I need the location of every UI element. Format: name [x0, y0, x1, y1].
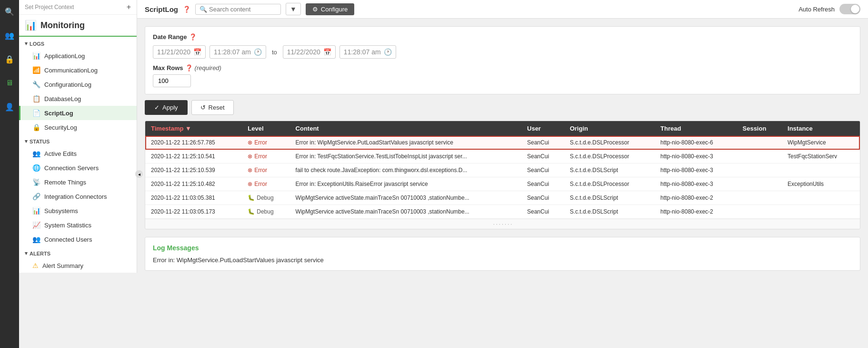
end-date-input[interactable]: 11/22/2020 📅	[283, 45, 336, 59]
active-edits-label: Active Edits	[44, 150, 77, 157]
col-instance[interactable]: Instance	[782, 121, 860, 136]
log-table: Timestamp ▼ Level Content User Origin Th…	[145, 121, 860, 219]
col-origin[interactable]: Origin	[564, 121, 655, 136]
monitor-nav-icon[interactable]: 🖥	[2, 75, 17, 91]
logs-section-header[interactable]: ▾ LOGS	[19, 37, 137, 49]
alerts-chevron-icon: ▾	[25, 250, 28, 256]
sidebar-item-applicationlog[interactable]: 📊 ApplicationLog	[19, 49, 137, 63]
apply-label: Apply	[162, 104, 178, 111]
search-nav-icon[interactable]: 🔍	[2, 4, 17, 19]
sidebar-item-scriptlog[interactable]: 📄 ScriptLog	[19, 106, 137, 120]
reset-button[interactable]: ↺ Reset	[191, 100, 234, 115]
cell-thread: http-nio-8080-exec-2	[655, 191, 737, 205]
cell-user: SeanCui	[521, 205, 564, 219]
connected-users-label: Connected Users	[44, 236, 92, 243]
end-date-calendar-icon[interactable]: 📅	[323, 48, 331, 56]
reset-icon: ↺	[200, 104, 206, 111]
start-time-clock-icon[interactable]: 🕐	[254, 48, 262, 56]
add-project-icon[interactable]: +	[127, 3, 131, 11]
col-content[interactable]: Content	[290, 121, 521, 136]
table-row[interactable]: 2020-11-22 11:03:05.381 🐛 Debug WipMgtSe…	[145, 191, 860, 205]
alerts-section-label: ALERTS	[30, 251, 50, 256]
date-range-help-icon[interactable]: ❓	[189, 33, 197, 41]
cell-session	[737, 205, 782, 219]
configure-button[interactable]: ⚙ Configure	[306, 3, 354, 15]
cell-content: WipMgtService activeState.mainTraceSn 00…	[290, 191, 521, 205]
cell-timestamp: 2020-11-22 11:03:05.173	[145, 205, 242, 219]
end-time-clock-icon[interactable]: 🕐	[384, 48, 392, 56]
col-level[interactable]: Level	[242, 121, 289, 136]
sidebar-item-active-edits[interactable]: 👥 Active Edits	[19, 146, 137, 161]
table-row[interactable]: 2020-11-22 11:26:57.785 ⊗ Error Error in…	[145, 136, 860, 150]
main-area: ScriptLog ❓ 🔍 ▼ ⚙ Configure Auto Refresh…	[137, 0, 868, 348]
status-section-header[interactable]: ▾ STATUS	[19, 134, 137, 146]
search-box[interactable]: 🔍	[195, 4, 281, 15]
scriptlog-help-icon[interactable]: ❓	[183, 6, 190, 13]
sidebar-item-databaselog[interactable]: 📋 DatabaseLog	[19, 92, 137, 106]
table-row[interactable]: 2020-11-22 11:25:10.541 ⊗ Error Error in…	[145, 150, 860, 164]
col-session[interactable]: Session	[737, 121, 782, 136]
logs-section-label: LOGS	[30, 41, 44, 47]
col-user[interactable]: User	[521, 121, 564, 136]
auto-refresh-label: Auto Refresh	[798, 6, 835, 13]
max-rows-required: (required)	[195, 64, 221, 72]
person-nav-icon[interactable]: 👤	[2, 99, 17, 114]
col-timestamp[interactable]: Timestamp ▼	[145, 121, 242, 136]
sidebar-item-alert-summary[interactable]: ⚠ Alert Summary	[19, 258, 137, 273]
table-row[interactable]: 2020-11-22 11:03:05.173 🐛 Debug WipMgtSe…	[145, 205, 860, 219]
databaselog-icon: 📋	[32, 95, 40, 102]
max-rows-input[interactable]	[153, 74, 191, 87]
filters-section: Date Range ❓ 11/21/2020 📅 11:28:07 am 🕐 …	[145, 26, 860, 94]
cell-user: SeanCui	[521, 136, 564, 150]
start-date-calendar-icon[interactable]: 📅	[193, 48, 201, 56]
lock-nav-icon[interactable]: 🔒	[2, 51, 17, 67]
start-time-input[interactable]: 11:28:07 am 🕐	[210, 45, 266, 59]
cell-instance	[782, 205, 860, 219]
sidebar-item-system-statistics[interactable]: 📈 System Statistics	[19, 218, 137, 232]
cell-thread: http-nio-8080-exec-3	[655, 177, 737, 191]
cell-content: fail to check route.JavaException: com.t…	[290, 164, 521, 177]
sidebar-item-connected-users[interactable]: 👥 Connected Users	[19, 232, 137, 246]
sidebar-item-communicationlog[interactable]: 📶 CommunicationLog	[19, 63, 137, 77]
top-bar: ScriptLog ❓ 🔍 ▼ ⚙ Configure Auto Refresh	[137, 0, 868, 19]
search-input[interactable]	[209, 6, 277, 13]
cell-content: WipMgtService activeState.mainTraceSn 00…	[290, 205, 521, 219]
active-edits-icon: 👥	[32, 150, 40, 157]
col-thread[interactable]: Thread	[655, 121, 737, 136]
cell-level: ⊗ Error	[242, 150, 289, 164]
sidebar-item-connection-servers[interactable]: 🌐 Connection Servers	[19, 161, 137, 175]
alerts-section-header[interactable]: ▾ ALERTS	[19, 246, 137, 258]
end-time-input[interactable]: 11:28:07 am 🕐	[339, 45, 396, 59]
cell-user: SeanCui	[521, 177, 564, 191]
alert-summary-label: Alert Summary	[42, 262, 83, 269]
sidebar-item-integration-connectors[interactable]: 🔗 Integration Connectors	[19, 189, 137, 204]
connected-users-icon: 👥	[32, 235, 40, 243]
auto-refresh-toggle[interactable]	[839, 4, 860, 14]
cell-user: SeanCui	[521, 191, 564, 205]
max-rows-help-icon[interactable]: ❓	[185, 64, 193, 72]
remote-things-icon: 📡	[32, 178, 40, 186]
level-debug: 🐛 Debug	[248, 194, 284, 201]
start-date-input[interactable]: 11/21/2020 📅	[153, 45, 206, 59]
scriptlog-icon: 📄	[32, 109, 40, 117]
sidebar-item-subsystems[interactable]: 📊 Subsystems	[19, 204, 137, 218]
sidebar-item-configurationlog[interactable]: 🔧 ConfigurationLog	[19, 77, 137, 92]
log-table-container: Timestamp ▼ Level Content User Origin Th…	[145, 121, 860, 229]
apply-button[interactable]: ✓ Apply	[145, 100, 188, 115]
filter-button[interactable]: ▼	[286, 3, 301, 15]
cell-level: 🐛 Debug	[242, 191, 289, 205]
project-context[interactable]: Set Project Context +	[19, 0, 137, 15]
max-rows-label: Max Rows ❓ (required)	[153, 64, 852, 72]
level-error: ⊗ Error	[248, 167, 284, 174]
cell-level: ⊗ Error	[242, 164, 289, 177]
table-row[interactable]: 2020-11-22 11:25:10.482 ⊗ Error Error in…	[145, 177, 860, 191]
securitylog-label: SecurityLog	[44, 124, 77, 131]
sidebar-item-remote-things[interactable]: 📡 Remote Things	[19, 175, 137, 189]
sidebar-item-securitylog[interactable]: 🔒 SecurityLog	[19, 120, 137, 134]
sidebar-collapse-arrow[interactable]: ◂	[135, 170, 143, 178]
search-icon: 🔍	[200, 6, 207, 13]
table-row[interactable]: 2020-11-22 11:25:10.539 ⊗ Error fail to …	[145, 164, 860, 177]
users-nav-icon[interactable]: 👥	[2, 28, 17, 43]
remote-things-label: Remote Things	[44, 179, 86, 186]
cell-timestamp: 2020-11-22 11:26:57.785	[145, 136, 242, 150]
